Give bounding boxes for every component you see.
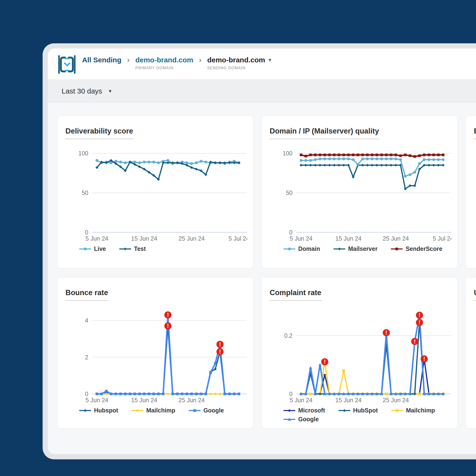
- svg-text:!: !: [414, 339, 416, 345]
- svg-text:!: !: [167, 323, 169, 329]
- svg-text:!: !: [167, 312, 169, 318]
- brand-logo: [57, 55, 76, 75]
- svg-text:0: 0: [85, 229, 88, 236]
- caret-down-icon: ▾: [269, 56, 271, 64]
- breadcrumb-label[interactable]: demo-brand.com: [207, 56, 265, 64]
- legend-swatch-icon: [189, 408, 201, 413]
- svg-text:15 Jun 24: 15 Jun 24: [131, 397, 157, 403]
- legend-item-google[interactable]: Google: [189, 407, 224, 414]
- legend-label: SenderScore: [406, 245, 442, 252]
- breadcrumb-label[interactable]: All Sending: [82, 56, 121, 64]
- breadcrumb: All Sending › demo-brand.com PRIMARY DOM…: [82, 56, 271, 70]
- top-navigation-bar: All Sending › demo-brand.com PRIMARY DOM…: [48, 49, 476, 80]
- chart-legend: HubspotMailchimpGoogle: [79, 407, 246, 414]
- legend-item-mailchimp[interactable]: Mailchimp: [391, 407, 435, 414]
- svg-text:0.2: 0.2: [284, 332, 292, 339]
- card-deliverability-score: Deliverability score 1005005 Jun 2415 Ju…: [57, 116, 254, 269]
- breadcrumb-sublabel: PRIMARY DOMAIN: [136, 66, 193, 70]
- legend-swatch-icon: [79, 408, 91, 413]
- legend-item-hubspot[interactable]: HubSpot: [339, 407, 378, 414]
- card-title: Complaint rate: [270, 289, 321, 301]
- chart-legend: DomainMailserverSenderScore: [284, 245, 450, 252]
- svg-text:0: 0: [289, 229, 292, 236]
- svg-text:4: 4: [85, 317, 88, 324]
- legend-swatch-icon: [131, 408, 143, 413]
- card-title: Deliverability score: [66, 127, 133, 139]
- legend-swatch-icon: [339, 408, 350, 413]
- svg-text:50: 50: [82, 189, 88, 196]
- legend-label: Mailchimp: [406, 407, 435, 414]
- legend-item-senderscore[interactable]: SenderScore: [391, 245, 442, 252]
- date-range-dropdown[interactable]: Last 30 days ▾: [62, 87, 111, 95]
- legend-label: Test: [134, 245, 146, 252]
- svg-text:25 Jun 24: 25 Jun 24: [178, 235, 205, 242]
- chart-deliverability-score-canvas: 1005005 Jun 2415 Jun 2425 Jun 245 Jul 24: [64, 143, 247, 244]
- svg-text:!: !: [419, 312, 421, 318]
- breadcrumb-sublabel: SENDING DOMAIN: [207, 66, 271, 70]
- caret-down-icon: ▾: [109, 88, 111, 94]
- breadcrumb-item-primary-domain[interactable]: demo-brand.com PRIMARY DOMAIN: [136, 56, 193, 70]
- legend-swatch-icon: [391, 247, 403, 251]
- chart-bounce-rate-canvas: 4205 Jun 2415 Jun 2425 Jun 24!!!!: [64, 305, 247, 406]
- legend-label: Mailchimp: [146, 407, 175, 414]
- legend-label: Google: [204, 407, 224, 414]
- svg-text:5 Jun 24: 5 Jun 24: [85, 235, 108, 242]
- legend-label: Microsoft: [298, 407, 325, 414]
- legend-swatch-icon: [284, 408, 295, 413]
- breadcrumb-item-sending-domain[interactable]: demo-brand.com ▾ SENDING DOMAIN: [207, 56, 271, 70]
- svg-text:!: !: [419, 319, 421, 325]
- breadcrumb-label[interactable]: demo-brand.com: [136, 56, 193, 64]
- legend-swatch-icon: [391, 408, 403, 413]
- card-title: Domain / IP (Mailserver) quality: [270, 127, 379, 139]
- svg-text:!: !: [219, 341, 221, 347]
- svg-text:5 Jul 24: 5 Jul 24: [228, 235, 247, 242]
- svg-text:5 Jun 24: 5 Jun 24: [290, 397, 312, 403]
- chevron-right-icon: ›: [127, 56, 130, 64]
- legend-item-domain[interactable]: Domain: [284, 245, 320, 252]
- date-range-label: Last 30 days: [62, 87, 102, 95]
- svg-text:5 Jun 24: 5 Jun 24: [85, 397, 108, 403]
- dashboard-grid: Deliverability score 1005005 Jun 2415 Ju…: [48, 102, 476, 429]
- svg-text:5 Jun 24: 5 Jun 24: [290, 235, 312, 242]
- svg-text:15 Jun 24: 15 Jun 24: [335, 235, 361, 242]
- legend-item-mailserver[interactable]: Mailserver: [333, 245, 378, 252]
- legend-item-live[interactable]: Live: [79, 245, 106, 252]
- chart-domain-ip-quality-canvas: 1005005 Jun 2415 Jun 2425 Jun 245 Jul 24: [268, 143, 451, 244]
- chart-deliverability-score-svg: 1005005 Jun 2415 Jun 2425 Jun 245 Jul 24: [64, 143, 247, 243]
- svg-text:100: 100: [78, 150, 88, 157]
- svg-text:!: !: [385, 330, 387, 336]
- svg-text:25 Jun 24: 25 Jun 24: [383, 235, 409, 242]
- legend-label: Live: [94, 245, 106, 252]
- filter-bar: Last 30 days ▾: [48, 80, 476, 102]
- legend-label: Mailserver: [348, 245, 378, 252]
- svg-text:5 Jul 24: 5 Jul 24: [433, 235, 452, 242]
- svg-text:!: !: [324, 359, 326, 365]
- svg-text:!: !: [219, 349, 221, 355]
- legend-label: Domain: [298, 245, 320, 252]
- breadcrumb-item-all-sending[interactable]: All Sending: [82, 56, 121, 64]
- chart-complaint-rate-svg: 0.205 Jun 2415 Jun 2425 Jun 24!!!!!!: [268, 305, 452, 405]
- legend-item-test[interactable]: Test: [119, 245, 146, 252]
- svg-text:0: 0: [85, 391, 88, 397]
- legend-swatch-icon: [119, 247, 131, 251]
- svg-text:15 Jun 24: 15 Jun 24: [335, 397, 361, 403]
- legend-label: Hubspot: [94, 407, 118, 414]
- legend-item-google[interactable]: Google: [284, 416, 319, 423]
- chart-bounce-rate-svg: 4205 Jun 2415 Jun 2425 Jun 24!!!!: [64, 305, 247, 405]
- brand-logo-icon: [57, 55, 76, 74]
- card-complaint-rate: Complaint rate 0.205 Jun 2415 Jun 2425 J…: [261, 277, 458, 429]
- legend-swatch-icon: [333, 247, 345, 251]
- chevron-right-icon: ›: [199, 56, 202, 64]
- legend-item-hubspot[interactable]: Hubspot: [79, 407, 118, 414]
- legend-item-microsoft[interactable]: Microsoft: [284, 407, 325, 414]
- card-partial-right-bottom: U: [465, 277, 476, 429]
- legend-item-mailchimp[interactable]: Mailchimp: [131, 407, 175, 414]
- svg-text:25 Jun 24: 25 Jun 24: [178, 397, 205, 403]
- svg-text:100: 100: [283, 150, 292, 157]
- svg-text:25 Jun 24: 25 Jun 24: [383, 397, 409, 403]
- card-partial-right-top: E: [465, 116, 476, 269]
- svg-text:2: 2: [85, 354, 88, 360]
- legend-swatch-icon: [284, 247, 295, 251]
- card-domain-ip-quality: Domain / IP (Mailserver) quality 1005005…: [261, 116, 458, 269]
- card-title: Bounce rate: [66, 289, 108, 301]
